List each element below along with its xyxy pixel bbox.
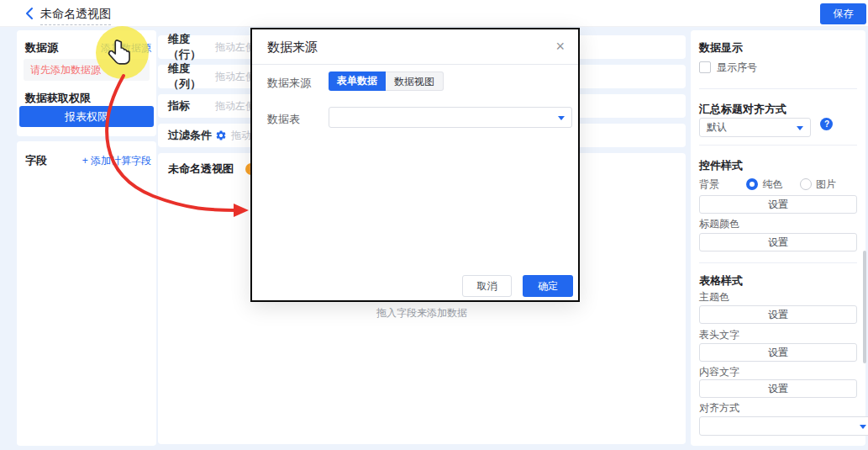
pivot-title: 未命名透视图 [168, 161, 234, 177]
content-text-label: 内容文字 [699, 365, 857, 379]
theme-color-set-button[interactable]: 设置 [699, 305, 857, 324]
widget-style-title: 控件样式 [699, 158, 857, 173]
metric-label: 指标 [168, 98, 215, 114]
tab-data-view[interactable]: 数据视图 [386, 71, 444, 91]
summary-align-title: 汇总标题对齐方式 [699, 102, 857, 117]
cancel-button[interactable]: 取消 [462, 275, 512, 297]
title-color-label: 标题颜色 [699, 217, 857, 231]
save-button[interactable]: 保存 [820, 3, 866, 24]
filter-settings-gear-icon[interactable] [215, 130, 227, 141]
report-permission-button[interactable]: 报表权限 [19, 106, 154, 127]
table-style-title: 表格样式 [699, 273, 857, 289]
chevron-down-icon [558, 116, 565, 120]
header-text-set-button[interactable]: 设置 [699, 343, 857, 362]
title-color-set-button[interactable]: 设置 [699, 233, 857, 251]
datasource-title: 数据源 [25, 40, 58, 56]
data-display-title: 数据显示 [699, 40, 857, 56]
show-index-label: 显示序号 [717, 61, 757, 73]
divider [699, 88, 857, 89]
modal-title: 数据来源 [267, 40, 318, 56]
confirm-button[interactable]: 确定 [523, 275, 573, 297]
close-icon[interactable]: × [555, 38, 565, 55]
data-table-label: 数据表 [267, 112, 300, 127]
settings-panel: 数据显示 显示序号 汇总标题对齐方式 默认 ? 控件样式 背景 纯色 图片 设置… [691, 30, 865, 446]
background-label: 背景 [699, 178, 719, 190]
datasource-warning: 请先添加数据源 [24, 59, 150, 81]
dimension-col-label: 维度（列） [168, 61, 215, 92]
data-table-select[interactable] [329, 107, 572, 128]
scrollbar-thumb[interactable] [863, 251, 866, 363]
top-bar: 未命名透视图 保存 [0, 0, 868, 27]
pivot-designer-app: 未命名透视图 保存 数据源 添加数据源 请先添加数据源 数据获取权限 报表权限 … [0, 0, 868, 450]
background-set-button[interactable]: 设置 [699, 195, 857, 214]
datasource-modal: 数据来源 × 数据来源 表单数据 数据视图 数据表 取消 确定 [250, 28, 580, 302]
bg-solid-label: 纯色 [762, 178, 782, 190]
show-index-checkbox[interactable] [699, 61, 711, 73]
page-title: 未命名透视图 [40, 7, 111, 25]
bg-image-radio[interactable] [800, 178, 812, 190]
bg-solid-radio[interactable] [746, 178, 758, 190]
content-text-set-button[interactable]: 设置 [699, 379, 857, 398]
source-type-label: 数据来源 [267, 76, 311, 91]
data-permission-title: 数据获取权限 [25, 91, 91, 106]
align-select[interactable] [699, 416, 868, 436]
fields-title: 字段 [25, 153, 47, 168]
bg-image-label: 图片 [816, 178, 836, 190]
summary-align-select[interactable]: 默认 [699, 118, 811, 137]
filter-label: 过滤条件 [168, 128, 215, 143]
align-label: 对齐方式 [699, 401, 857, 416]
chevron-down-icon [797, 126, 803, 130]
drop-field-hint: 拖入字段来添加数据 [158, 306, 686, 320]
add-datasource-link[interactable]: 添加数据源 [101, 41, 151, 56]
tab-form-data[interactable]: 表单数据 [329, 71, 386, 91]
header-text-label: 表头文字 [699, 328, 857, 342]
datasource-panel: 数据源 添加数据源 请先添加数据源 数据获取权限 报表权限 [17, 30, 156, 136]
help-icon[interactable]: ? [820, 118, 833, 130]
add-calc-field-link[interactable]: + 添加计算字段 [82, 154, 151, 168]
source-type-tabs: 表单数据 数据视图 [329, 71, 444, 91]
fields-panel: 字段 + 添加计算字段 [17, 141, 156, 446]
theme-color-label: 主题色 [699, 290, 857, 304]
dimension-row-label: 维度（行） [168, 32, 215, 62]
chevron-down-icon [860, 425, 866, 429]
modal-header: 数据来源 × [252, 29, 578, 65]
divider [699, 262, 857, 263]
back-icon[interactable] [22, 6, 37, 21]
divider [699, 145, 857, 146]
